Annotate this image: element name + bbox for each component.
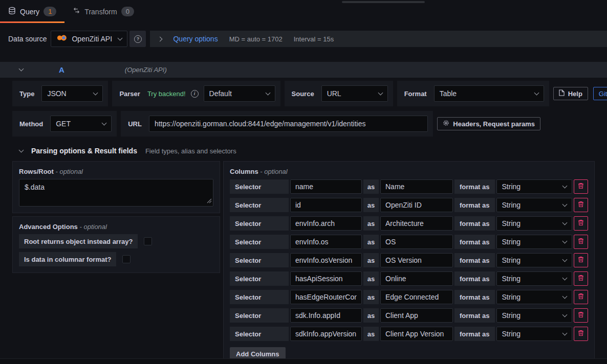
- selector-label: Selector: [230, 327, 289, 341]
- columns-optional-text: - optional: [260, 168, 287, 175]
- column-alias-input[interactable]: [380, 327, 453, 341]
- column-selector-input[interactable]: [290, 308, 362, 323]
- format-as-label: format as: [454, 235, 495, 249]
- column-selector-input[interactable]: [290, 216, 362, 231]
- chevron-down-icon: [562, 330, 568, 335]
- column-selector-input[interactable]: [290, 271, 362, 286]
- method-value: GET: [56, 120, 71, 128]
- column-format-select[interactable]: String: [496, 308, 572, 323]
- delete-column-button[interactable]: [574, 216, 588, 231]
- column-selector-input[interactable]: [290, 290, 362, 304]
- parser-label: Parser: [117, 90, 142, 98]
- format-field-group: Format Table: [397, 81, 549, 106]
- column-format-select[interactable]: String: [496, 290, 572, 304]
- parsing-area: Rows/Root - optional $.data Advanced Opt…: [12, 161, 595, 364]
- chevron-down-icon: [102, 120, 107, 125]
- column-format-select[interactable]: String: [496, 216, 572, 231]
- trash-icon: [578, 219, 584, 228]
- parser-select[interactable]: Default: [204, 85, 275, 102]
- chevron-down-icon: [265, 90, 270, 95]
- delete-column-button[interactable]: [574, 290, 588, 304]
- column-format-select[interactable]: String: [496, 198, 572, 212]
- datasource-help-button[interactable]: ?: [129, 31, 146, 47]
- selector-label: Selector: [230, 198, 289, 212]
- column-alias-input[interactable]: [380, 235, 453, 249]
- github-button[interactable]: Github: [593, 87, 607, 100]
- datasource-label: Data source: [4, 35, 51, 43]
- query-options-strip[interactable]: Query options MD = auto = 1702 Interval …: [150, 31, 607, 47]
- query-count-badge: 1: [44, 7, 56, 16]
- rows-root-textarea[interactable]: $.data: [19, 179, 213, 207]
- as-label: as: [363, 327, 379, 341]
- column-alias-input[interactable]: [380, 271, 453, 286]
- github-button-label: Github: [599, 90, 607, 98]
- trash-icon: [578, 311, 584, 320]
- query-row-header[interactable]: A (OpenZiti API): [0, 62, 607, 78]
- datasource-picker[interactable]: OpenZiti API: [51, 31, 127, 47]
- column-alias-input[interactable]: [380, 179, 453, 194]
- parser-field-group: Parser Try backend! i Default: [112, 81, 280, 106]
- column-format-select[interactable]: String: [496, 235, 572, 249]
- root-returns-object-checkbox[interactable]: [144, 237, 152, 245]
- headers-request-params-button[interactable]: Headers, Request params: [437, 117, 540, 130]
- column-selector-input[interactable]: [290, 327, 362, 341]
- root-returns-object-label: Root returns object instead array?: [19, 234, 138, 248]
- max-data-points-text: MD = auto = 1702: [229, 35, 283, 43]
- column-selector-input[interactable]: [290, 235, 362, 249]
- delete-column-button[interactable]: [574, 271, 588, 286]
- delete-column-button[interactable]: [574, 235, 588, 249]
- parsing-section-header[interactable]: Parsing options & Result fields Field ty…: [19, 147, 607, 155]
- column-format-select[interactable]: String: [496, 179, 572, 194]
- chevron-right-icon: [158, 36, 163, 41]
- database-icon: [8, 7, 16, 17]
- url-field-group: URL: [121, 111, 433, 136]
- trash-icon: [578, 256, 584, 264]
- as-label: as: [363, 216, 379, 231]
- type-select[interactable]: JSON: [41, 85, 103, 102]
- column-alias-input[interactable]: [380, 290, 453, 304]
- column-selector-input[interactable]: [290, 198, 362, 212]
- column-format-select[interactable]: String: [496, 327, 572, 341]
- chevron-down-icon: [378, 90, 383, 95]
- selector-label: Selector: [230, 308, 289, 323]
- tab-transform[interactable]: Transform 0: [64, 0, 142, 23]
- column-format-select[interactable]: String: [496, 271, 572, 286]
- as-label: as: [363, 179, 379, 194]
- columnar-format-checkbox[interactable]: [122, 255, 131, 263]
- delete-column-button[interactable]: [574, 253, 588, 267]
- selector-label: Selector: [230, 253, 289, 267]
- splitter-drag-handle[interactable]: [342, 1, 425, 3]
- tab-query[interactable]: Query 1: [0, 0, 64, 23]
- delete-column-button[interactable]: [574, 308, 588, 323]
- editor-tabbar: Query 1 Transform 0: [0, 0, 607, 23]
- chevron-down-icon: [562, 220, 568, 225]
- help-button[interactable]: Help: [553, 87, 588, 100]
- advanced-options-panel: Advanced Options - optional Root returns…: [12, 216, 220, 273]
- trash-icon: [578, 330, 584, 338]
- gear-icon: [443, 120, 449, 128]
- delete-column-button[interactable]: [574, 327, 588, 341]
- column-alias-input[interactable]: [380, 216, 453, 231]
- format-select[interactable]: Table: [434, 85, 544, 102]
- chevron-down-icon: [93, 90, 98, 95]
- column-selector-input[interactable]: [290, 253, 362, 267]
- column-alias-input[interactable]: [380, 198, 453, 212]
- headers-button-label: Headers, Request params: [453, 120, 535, 128]
- column-format-select[interactable]: String: [496, 253, 572, 267]
- column-selector-input[interactable]: [290, 179, 362, 194]
- method-select[interactable]: GET: [50, 116, 112, 132]
- column-alias-input[interactable]: [380, 308, 453, 323]
- columnar-format-row: Is data in columnar format?: [19, 252, 213, 266]
- selector-label: Selector: [230, 271, 289, 286]
- advanced-options-label: Advanced Options - optional: [19, 223, 213, 231]
- query-options-link[interactable]: Query options: [173, 35, 218, 43]
- column-alias-input[interactable]: [380, 253, 453, 267]
- delete-column-button[interactable]: [574, 179, 588, 194]
- column-format-value: String: [502, 293, 521, 301]
- url-input[interactable]: [149, 116, 428, 132]
- delete-column-button[interactable]: [574, 198, 588, 212]
- resize-handle-icon[interactable]: [207, 197, 212, 205]
- type-label: Type: [17, 90, 36, 98]
- source-select[interactable]: URL: [321, 85, 388, 102]
- columns-label: Columns - optional: [230, 168, 588, 175]
